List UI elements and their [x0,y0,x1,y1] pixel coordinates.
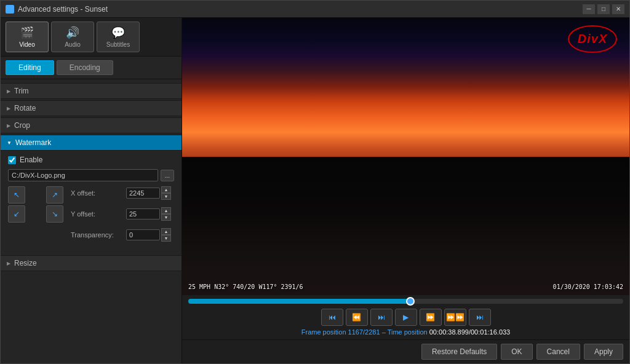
rotate-arrow: ▶ [7,106,10,111]
x-offset-up[interactable]: ▲ [161,186,171,193]
transparency-row: Transparency: ▲ ▼ [71,228,171,242]
video-tab-label: Video [19,41,34,48]
road-area [182,157,629,296]
pos-bottom-right-btn[interactable]: ↘ [46,205,63,223]
enable-row: Enable [8,156,174,164]
skip-to-start-button[interactable]: ⏮ [321,309,343,326]
video-tab[interactable]: 🎬 Video [6,22,49,52]
y-offset-input[interactable] [126,208,160,220]
transparency-input[interactable] [126,229,160,240]
divx-text: DivX [578,32,607,46]
minimize-button[interactable]: ─ [583,4,595,14]
transparency-spinner: ▲ ▼ [161,228,171,242]
prev-frame-button[interactable]: ⏭︎ [370,309,393,326]
enable-checkbox[interactable] [8,156,16,164]
cancel-button[interactable]: Cancel [536,344,580,360]
subtitles-tab-label: Subtitles [106,41,130,48]
apply-button[interactable]: Apply [584,344,623,360]
trim-label: Trim [14,87,29,95]
x-offset-input[interactable] [126,188,160,199]
video-placeholder: DivX 25 MPH N32° 740/20 W117° 2391/6 01/… [182,18,629,295]
time-position-value: 00:00:38.899/00:01:16.033 [429,328,511,336]
resize-arrow: ▶ [7,261,10,266]
resize-section-header[interactable]: ▶ Resize [1,255,181,271]
settings-list: ▶ Trim ▶ Rotate ▶ Crop ▼ [1,79,181,274]
subtitles-tab[interactable]: 💬 Subtitles [97,22,140,52]
watermark-section-header[interactable]: ▼ Watermark [1,135,181,151]
x-offset-down[interactable]: ▼ [161,193,171,200]
mode-tabs: Editing Encoding [1,57,181,79]
play-button[interactable]: ▶ [395,309,417,326]
y-offset-row: Y offset: ▲ ▼ [71,207,171,221]
x-offset-spinner: ▲ ▼ [161,186,171,200]
browse-button[interactable]: ... [161,170,174,181]
transparency-down[interactable]: ▼ [161,235,171,242]
file-row: ... [8,169,174,181]
y-offset-spinner: ▲ ▼ [161,207,171,221]
watermark-content: Enable ... ↖ ↗ [1,151,181,250]
y-offset-label: Y offset: [71,210,126,218]
transparency-label: Transparency: [71,231,126,239]
subtitles-icon: 💬 [111,26,125,39]
title-bar: Advanced settings - Sunset ─ □ ✕ [1,1,629,18]
video-overlay-left: 25 MPH N32° 740/20 W117° 2391/6 [188,283,303,290]
trim-arrow: ▶ [7,89,10,94]
skip-to-end-button[interactable]: ⏭ [469,309,491,326]
ok-button[interactable]: OK [501,344,532,360]
fast-forward-button[interactable]: ⏩⏩ [444,309,466,326]
app-icon [6,5,14,14]
position-grid: ↖ ↗ ↙ ↘ [8,186,63,223]
restore-defaults-button[interactable]: Restore Defaults [421,344,497,360]
sunset-sky [182,18,629,170]
divx-watermark: DivX [568,25,617,53]
title-bar-left: Advanced settings - Sunset [6,5,108,14]
crop-arrow: ▶ [7,123,10,129]
next-frame-button[interactable]: ⏩ [420,309,442,326]
rotate-label: Rotate [14,104,36,113]
watermark-arrow: ▼ [7,140,12,146]
progress-thumb[interactable] [406,297,415,306]
video-overlay-right: 01/30/2020 17:03:42 [553,283,623,290]
progress-track[interactable] [188,299,623,304]
transparency-up[interactable]: ▲ [161,228,171,235]
video-icon: 🎬 [20,26,34,39]
time-position-label: Time position [388,328,428,336]
audio-tab-label: Audio [65,41,81,48]
frame-position-label: Frame position [301,328,346,336]
enable-label: Enable [20,156,42,164]
pos-top-left-btn[interactable]: ↖ [8,186,25,204]
editing-tab[interactable]: Editing [6,60,54,75]
progress-area [182,295,629,305]
y-offset-up[interactable]: ▲ [161,207,171,214]
progress-fill [188,299,410,304]
right-panel: DivX 25 MPH N32° 740/20 W117° 2391/6 01/… [182,18,629,363]
maximize-button[interactable]: □ [597,4,610,14]
x-offset-row: X offset: ▲ ▼ [71,186,171,200]
encoding-tab[interactable]: Encoding [57,60,113,75]
crop-section-header[interactable]: ▶ Crop [1,117,181,133]
video-container: DivX 25 MPH N32° 740/20 W117° 2391/6 01/… [182,18,629,295]
frame-info: Frame position 1167/2281 – Time position… [301,328,510,336]
pos-top-right-btn[interactable]: ↗ [46,186,63,204]
controls-area: ⏮ ⏪ ⏭︎ ▶ ⏩ ⏩⏩ ⏭ Frame position 1167/2281… [182,305,629,339]
file-path-input[interactable] [8,169,158,181]
tab-icons-bar: 🎬 Video 🔊 Audio 💬 Subtitles [1,18,181,57]
audio-tab[interactable]: 🔊 Audio [51,22,94,52]
rotate-section-header[interactable]: ▶ Rotate [1,100,181,116]
crop-label: Crop [14,121,30,130]
close-button[interactable]: ✕ [612,4,624,14]
pos-bottom-left-btn[interactable]: ↙ [8,205,25,223]
step-back-button[interactable]: ⏪ [346,309,368,326]
main-content: 🎬 Video 🔊 Audio 💬 Subtitles Editing Enco… [1,18,629,363]
y-offset-down[interactable]: ▼ [161,214,171,221]
left-panel: 🎬 Video 🔊 Audio 💬 Subtitles Editing Enco… [1,18,182,363]
watermark-label: Watermark [15,138,51,147]
main-window: Advanced settings - Sunset ─ □ ✕ 🎬 Video… [0,0,630,364]
window-title: Advanced settings - Sunset [18,5,108,14]
trim-section-header[interactable]: ▶ Trim [1,83,181,99]
title-bar-buttons: ─ □ ✕ [583,4,624,14]
resize-label: Resize [14,259,37,267]
bottom-bar: Restore Defaults OK Cancel Apply [182,339,629,363]
separator: – [382,328,388,336]
frame-position-value: 1167/2281 [348,328,380,336]
